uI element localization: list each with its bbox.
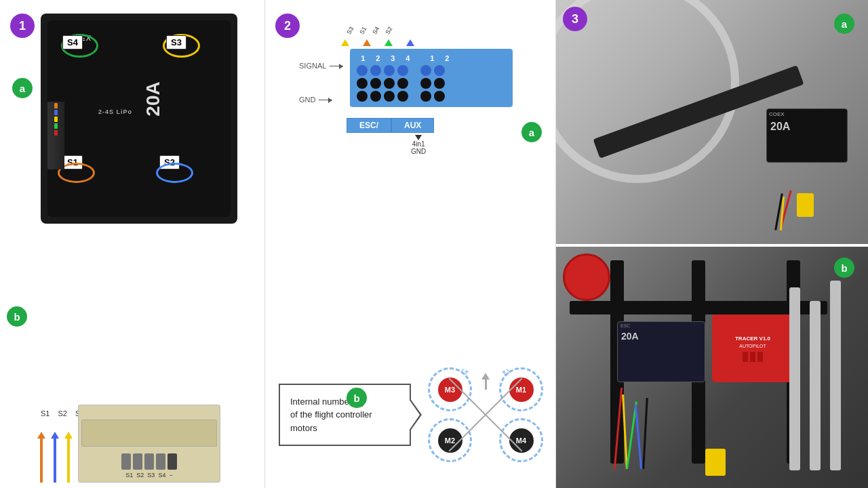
arrowline-s2 bbox=[54, 439, 56, 483]
arrowline-s1 bbox=[40, 439, 43, 483]
column-2: 2 S3 S1 S4 S2 bbox=[264, 0, 556, 488]
signal-arrow-line bbox=[330, 66, 343, 66]
esc-brand-top: COEX bbox=[767, 109, 847, 119]
up-arrow-3 bbox=[384, 39, 393, 46]
esc-aux-labels: ESC/ AUX bbox=[347, 118, 530, 133]
fc-power-text: 20A bbox=[142, 81, 164, 116]
up-arrow-1 bbox=[341, 39, 349, 46]
arrow-pointer-inner bbox=[409, 399, 420, 430]
col3-bottom-photo: ESC 20A TRACER V1.0 AUTOPILOT bbox=[556, 245, 868, 488]
arrowhead-s2 bbox=[51, 432, 59, 439]
yellow-connector-bottom bbox=[705, 449, 726, 476]
up-arrow-direction bbox=[481, 373, 490, 380]
fc-board-image: COEX 20A 2-4S LiPo S4 S3 S1 S2 bbox=[41, 14, 237, 224]
motor-m1-ring: ↻ M1 bbox=[499, 367, 543, 411]
signal-s4: S4 bbox=[372, 27, 380, 34]
signal-label-s2: S2 bbox=[384, 26, 393, 36]
connector-side-labels: SIGNAL GND bbox=[299, 49, 343, 117]
autopilot-label: TRACER V1.0 bbox=[735, 336, 770, 342]
num-1: 1 bbox=[357, 54, 369, 62]
autopilot-sublabel: AUTOPILOT bbox=[739, 344, 766, 348]
section-2-badge: 2 bbox=[275, 14, 300, 38]
column-3: 3 COEX 20A a bbox=[556, 0, 868, 488]
fc-label-s3: S3 bbox=[166, 35, 186, 49]
motor-visual bbox=[563, 253, 610, 301]
num-3: 3 bbox=[387, 54, 399, 62]
connector-block-row: SIGNAL GND bbox=[299, 49, 530, 117]
arrowhead-s3 bbox=[64, 432, 73, 439]
third-aux-dot-1 bbox=[420, 91, 431, 102]
arrows-section: S1 S2 S3 S4 4in1 GND bbox=[37, 409, 254, 483]
motor-diagram-area: Internal numberingof the flight controll… bbox=[279, 361, 550, 469]
signal-label-area: SIGNAL bbox=[299, 62, 343, 70]
aux-label: AUX bbox=[391, 118, 434, 133]
up-arrow-line bbox=[485, 380, 487, 390]
main-grid: 1 a COEX 20A 2-4S LiPo S4 S3 S1 bbox=[0, 0, 868, 488]
gnd-text: GND bbox=[299, 96, 315, 104]
blue-connector-block: 1 2 3 4 1 2 bbox=[350, 49, 513, 107]
down-arrow-4in1 bbox=[415, 135, 422, 140]
third-dot-2 bbox=[370, 91, 381, 102]
arrow-s2 bbox=[51, 432, 59, 483]
motor-m4-ring: M4 bbox=[499, 418, 543, 462]
col2-badge-b: b bbox=[347, 388, 367, 408]
standoff-3 bbox=[789, 287, 800, 470]
esc-bottom-power: 20A bbox=[618, 329, 705, 343]
gnd-dots-row bbox=[357, 78, 506, 89]
gnd-dot-2 bbox=[370, 78, 381, 89]
signal-text: SIGNAL bbox=[299, 62, 326, 70]
esc-board-bottom: ESC 20A bbox=[617, 321, 705, 382]
pin-minus bbox=[167, 453, 177, 470]
col3-badge-a: a bbox=[834, 14, 854, 34]
aux-gnd-dot-1 bbox=[420, 78, 431, 89]
pin-s3 bbox=[144, 453, 154, 470]
third-dot-4 bbox=[397, 91, 408, 102]
standoff-2 bbox=[810, 301, 821, 470]
col1-badge-a: a bbox=[12, 78, 33, 98]
motor-m3-group: ↺ M3 bbox=[428, 367, 472, 411]
arrow-s1 bbox=[37, 432, 45, 483]
aux-dot-1 bbox=[420, 65, 431, 76]
up-arrow-4 bbox=[406, 39, 414, 46]
signal-label-s3: S3 bbox=[345, 26, 355, 36]
gnd-arrowhead bbox=[328, 98, 332, 103]
aux-num-1: 1 bbox=[426, 54, 438, 62]
fc-spec-text: 2-4S LiPo bbox=[98, 108, 132, 115]
up-direction-arrow bbox=[481, 373, 490, 390]
up-arrow-2 bbox=[363, 39, 371, 46]
connector-pin-labels: S1 S2 S3 S4 − bbox=[125, 472, 172, 479]
motor-m3-ring: ↺ M3 bbox=[428, 367, 472, 411]
wire-bundle bbox=[47, 102, 64, 169]
third-dot-1 bbox=[357, 91, 368, 102]
fc-circle-s2-blue bbox=[156, 163, 193, 183]
forin1-gnd-area: 4in1GND bbox=[411, 135, 530, 155]
arrowline-s3 bbox=[67, 439, 70, 483]
motor-m4-group: M4 bbox=[499, 418, 543, 462]
dot-3 bbox=[384, 65, 395, 76]
signal-label-s1: S1 bbox=[358, 26, 368, 36]
signal-label-s4: S4 bbox=[371, 26, 380, 36]
signal-dots-row bbox=[357, 65, 506, 76]
motor-info-box: Internal numberingof the flight controll… bbox=[279, 384, 411, 447]
signal-s1: S1 bbox=[359, 27, 367, 34]
signal-label-row: S3 S1 S4 S2 bbox=[299, 27, 530, 34]
yellow-connector-top bbox=[797, 193, 814, 217]
fc-board: COEX 20A 2-4S LiPo S4 S3 S1 S2 bbox=[47, 20, 231, 217]
motor-m2-group: M2 bbox=[428, 418, 472, 462]
forin1-text: 4in1GND bbox=[411, 140, 426, 155]
third-dots-row bbox=[357, 91, 506, 102]
motor-m2-ring: M2 bbox=[428, 418, 472, 462]
esc-board-top: COEX 20A bbox=[766, 108, 848, 163]
gnd-dot-4 bbox=[397, 78, 408, 89]
connector-pins bbox=[121, 453, 177, 470]
ap-conn-3 bbox=[757, 352, 763, 362]
forin1-gnd-label: 4in1GND bbox=[411, 135, 426, 155]
motor-m1: M1 bbox=[509, 378, 534, 402]
col3-badge-b: b bbox=[834, 258, 854, 278]
autopilot-connectors bbox=[743, 352, 763, 362]
section-3-badge: 3 bbox=[563, 7, 587, 31]
connector-up-arrows bbox=[299, 39, 530, 46]
standoff-1 bbox=[830, 281, 841, 470]
section-1-badge: 1 bbox=[10, 14, 35, 38]
gnd-arrow-line bbox=[319, 100, 332, 100]
